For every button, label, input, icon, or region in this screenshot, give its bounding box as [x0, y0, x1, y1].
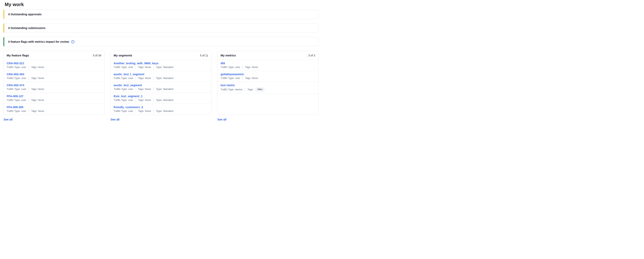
item-link[interactable]: CRA-002-363 — [7, 72, 24, 76]
meta-value: user — [128, 98, 133, 102]
item-link[interactable]: CRA-002-474 — [7, 83, 24, 87]
meta-label: Tags: — [245, 76, 251, 80]
banner-text: 0 Outstanding approvals — [8, 13, 42, 16]
card-list: Another_testing_with_9900_keys Traffic T… — [110, 60, 212, 114]
see-all-link[interactable]: See all — [110, 118, 120, 121]
item-meta: Traffic Type: user Tags: None — [7, 98, 101, 102]
list-item: CRA-002-221 Traffic Type: user Tags: Non… — [4, 60, 104, 71]
meta-label: Traffic Type: — [7, 76, 20, 80]
meta-segment: Traffic Type: user — [114, 109, 133, 113]
card-header: My metrics 3 of 3 — [217, 51, 318, 60]
page-title: My work — [3, 2, 318, 7]
item-link[interactable]: FFA-009-127 — [7, 94, 23, 98]
list-item: austin_test_segment Traffic Type: user T… — [110, 82, 212, 93]
meta-label: Type: — [156, 98, 162, 102]
list-item: friendly_customers_2 Traffic Type: user … — [110, 104, 212, 114]
list-item: dfd Traffic Type: user Tags: None — [217, 60, 318, 71]
item-link[interactable]: FFA-009-265 — [7, 105, 23, 109]
item-meta: Traffic Type: user Tags: None Type: Stan… — [114, 76, 208, 80]
item-link[interactable]: friendly_customers_2 — [114, 105, 143, 109]
meta-segment: Tags: None — [136, 109, 151, 113]
card-column: My metrics 3 of 3 dfd Traffic Type: user… — [217, 51, 318, 121]
card-list: dfd Traffic Type: user Tags: None gottah… — [217, 60, 318, 94]
meta-value: user — [21, 98, 26, 102]
item-link[interactable]: CRA-002-221 — [7, 61, 24, 65]
card-header: My segments 5 of 11 — [110, 51, 212, 60]
meta-label: Traffic Type: — [220, 76, 234, 80]
meta-segment: Tags: None — [136, 66, 151, 69]
meta-value: None — [145, 88, 151, 91]
meta-segment: Tags: None — [136, 76, 151, 80]
item-link[interactable]: austin_test_l_segment — [114, 72, 144, 76]
card-title: My metrics — [220, 54, 236, 57]
card-count: 5 of 34 — [93, 54, 101, 57]
item-meta: Traffic Type: user Tags: None — [7, 109, 101, 113]
meta-label: Tags: — [138, 76, 144, 80]
meta-value: Standard — [163, 66, 174, 69]
my-metrics-card: My metrics 3 of 3 dfd Traffic Type: user… — [217, 51, 318, 115]
meta-label: Tags: — [138, 88, 144, 91]
meta-segment: Traffic Type: user — [114, 88, 133, 91]
cards-row: My feature flags 5 of 34 CRA-002-221 Tra… — [3, 51, 318, 121]
item-link[interactable]: dfd — [220, 61, 225, 65]
meta-value: None — [145, 76, 151, 80]
card-count: 5 of 11 — [200, 54, 208, 57]
meta-value: user — [21, 66, 26, 69]
meta-value: None — [145, 66, 151, 69]
meta-label: Tags: — [31, 76, 37, 80]
banner-text: 0 Outstanding submissions — [8, 26, 46, 30]
item-link[interactable]: test metric — [220, 83, 235, 87]
list-item: CRA-002-474 Traffic Type: user Tags: Non… — [4, 82, 104, 93]
item-link[interactable]: gottahaveametric — [220, 72, 244, 76]
meta-segment: Type: Standard — [154, 109, 174, 113]
list-item: FFA-009-265 Traffic Type: user Tags: Non… — [4, 104, 104, 114]
meta-segment: Tags: None — [242, 66, 258, 69]
see-all-link[interactable]: See all — [3, 118, 12, 121]
tag-badge: Alex — [255, 88, 264, 92]
item-link[interactable]: Evie_test_segment_1 — [114, 94, 143, 98]
meta-value: None — [38, 109, 44, 113]
svg-text:?: ? — [72, 40, 74, 43]
banner-outstanding-approvals: 0 Outstanding approvals — [3, 10, 318, 19]
item-meta: Traffic Type: user Tags: None Type: Stan… — [114, 109, 208, 113]
meta-segment: Traffic Type: device — [220, 88, 242, 91]
meta-value: Standard — [163, 76, 174, 80]
my-segments-card: My segments 5 of 11 Another_testing_with… — [110, 51, 212, 115]
meta-label: Traffic Type: — [114, 109, 128, 113]
meta-value: user — [21, 88, 26, 91]
meta-label: Traffic Type: — [7, 66, 20, 69]
meta-segment: Tags: None — [28, 109, 44, 113]
meta-label: Traffic Type: — [114, 98, 128, 102]
list-item: test metric Traffic Type: device Tags: A… — [217, 82, 318, 94]
meta-value: user — [21, 76, 26, 80]
meta-value: None — [145, 98, 151, 102]
item-link[interactable]: austin_test_segment — [114, 83, 142, 87]
meta-value: device — [235, 88, 243, 91]
meta-value: user — [128, 88, 133, 91]
meta-segment: Tags: None — [28, 88, 44, 91]
meta-label: Type: — [156, 66, 162, 69]
list-item: gottahaveametric Traffic Type: user Tags… — [217, 71, 318, 82]
meta-value: None — [38, 88, 44, 91]
meta-value: None — [252, 76, 258, 80]
meta-label: Traffic Type: — [114, 88, 128, 91]
meta-value: user — [128, 109, 133, 113]
meta-value: Standard — [163, 88, 174, 91]
meta-label: Traffic Type: — [7, 109, 20, 113]
item-meta: Traffic Type: user Tags: None Type: Stan… — [114, 88, 208, 91]
list-item: Another_testing_with_9900_keys Traffic T… — [110, 60, 212, 71]
item-meta: Traffic Type: user Tags: None — [220, 66, 315, 69]
meta-segment: Tags: None — [242, 76, 258, 80]
list-item: FFA-009-127 Traffic Type: user Tags: Non… — [4, 93, 104, 104]
meta-segment: Traffic Type: user — [114, 66, 133, 69]
meta-segment: Traffic Type: user — [220, 66, 240, 69]
meta-segment: Traffic Type: user — [7, 88, 26, 91]
meta-value: user — [235, 66, 240, 69]
meta-label: Type: — [156, 88, 162, 91]
card-column: My feature flags 5 of 34 CRA-002-221 Tra… — [3, 51, 105, 121]
item-link[interactable]: Another_testing_with_9900_keys — [114, 61, 158, 65]
circle-question-icon[interactable]: ? — [71, 40, 74, 44]
meta-label: Traffic Type: — [114, 76, 128, 80]
see-all-link[interactable]: See all — [217, 118, 226, 121]
meta-label: Tags: — [31, 109, 37, 113]
